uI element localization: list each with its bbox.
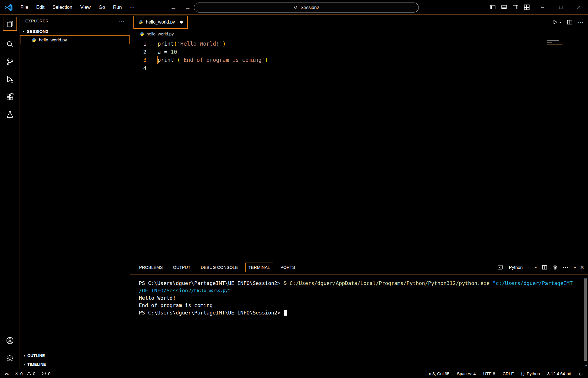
maximize-icon[interactable]	[552, 0, 570, 15]
code-line[interactable]: 4	[130, 64, 588, 72]
window-controls	[533, 0, 588, 15]
modified-dot-icon[interactable]	[180, 21, 183, 24]
minimize-icon[interactable]	[533, 0, 552, 15]
panel-more-icon[interactable]: ⋯	[563, 264, 569, 271]
folder-label: SESSION2	[27, 29, 48, 34]
menubar-more-icon[interactable]: ⋯	[126, 4, 138, 11]
back-arrow-icon[interactable]: ←	[170, 4, 177, 11]
explorer-more-icon[interactable]: ⋯	[119, 18, 125, 24]
breadcrumb[interactable]: hello_world.py	[130, 29, 588, 39]
testing-icon[interactable]	[0, 106, 20, 123]
problems-status[interactable]: 0 0	[14, 371, 35, 376]
settings-gear-icon[interactable]	[0, 349, 20, 367]
terminal-line: PS C:\Users\dguer\PartageIMT\UE INFO\Ses…	[139, 279, 588, 287]
editor-more-icon[interactable]: ⋯	[578, 19, 584, 26]
editor-tabs: hello_world.py › ⋯	[130, 15, 588, 29]
terminal-profile-label[interactable]: Python	[509, 265, 523, 270]
broadcast-icon	[41, 371, 46, 376]
toggle-secondary-sidebar-icon[interactable]	[512, 4, 519, 10]
explorer-icon[interactable]	[3, 17, 17, 31]
menubar: File Edit Selection View Go Run ⋯	[16, 3, 138, 12]
chevron-right-icon: ›	[24, 362, 25, 367]
status-left: >< 0 0 0	[5, 371, 51, 376]
warning-icon	[27, 371, 31, 376]
toggle-panel-icon[interactable]	[501, 4, 507, 10]
run-python-icon[interactable]	[552, 19, 558, 25]
code-editor[interactable]: 1print('Hello World!')2a = 103print ('En…	[130, 39, 588, 260]
encoding[interactable]: UTF-8	[483, 371, 495, 376]
kill-terminal-trash-icon[interactable]	[552, 265, 558, 270]
tab-hello-world[interactable]: hello_world.py	[133, 16, 188, 29]
menu-go[interactable]: Go	[95, 3, 109, 12]
forward-arrow-icon[interactable]: →	[185, 4, 191, 11]
menu-file[interactable]: File	[16, 3, 32, 12]
run-dropdown-icon[interactable]: ›	[558, 22, 563, 23]
extensions-icon[interactable]	[0, 88, 20, 106]
code-line-content	[157, 64, 548, 72]
search-view-icon[interactable]	[0, 35, 20, 53]
code-line[interactable]: 2a = 10	[130, 48, 588, 56]
tab-ports[interactable]: PORTS	[275, 263, 300, 272]
terminal-scrollbar[interactable]	[584, 278, 587, 361]
explorer-title: EXPLORER	[25, 19, 119, 23]
timeline-section[interactable]: › TIMELINE	[20, 360, 130, 369]
split-terminal-icon[interactable]	[542, 265, 547, 270]
terminal-line: /UE INFO/Session2/hello_world.py"	[139, 287, 588, 294]
terminal[interactable]: PS C:\Users\dguer\PartageIMT\UE INFO\Ses…	[130, 274, 588, 369]
menu-view[interactable]: View	[76, 3, 95, 12]
chevron-right-icon: ›	[24, 353, 25, 358]
tab-label: hello_world.py	[146, 20, 175, 25]
cursor-position[interactable]: Ln 3, Col 35	[426, 371, 449, 376]
new-terminal-icon[interactable]: +	[528, 264, 531, 270]
language-label: Python	[527, 371, 540, 376]
menu-run[interactable]: Run	[109, 3, 126, 12]
menu-edit[interactable]: Edit	[32, 3, 48, 12]
code-line-content: a = 10	[157, 48, 548, 56]
eol-sequence[interactable]: CRLF	[503, 371, 514, 376]
scroll-down-icon[interactable]: ›	[583, 364, 588, 367]
broadcast-count: 0	[48, 371, 50, 376]
terminal-cursor	[284, 310, 287, 316]
warning-count: 0	[33, 371, 35, 376]
tab-problems[interactable]: PROBLEMS	[134, 263, 168, 272]
explorer-header: EXPLORER ⋯	[20, 15, 130, 27]
run-debug-icon[interactable]	[0, 71, 20, 88]
maximize-panel-icon[interactable]: ›	[572, 267, 577, 268]
code-line[interactable]: 3print ('End of program is coming')	[130, 56, 588, 64]
toggle-sidebar-icon[interactable]	[489, 4, 496, 10]
code-line[interactable]: 1print('Hello World!')	[130, 40, 588, 48]
command-center-search[interactable]: Session2	[194, 3, 419, 12]
outline-section[interactable]: › OUTLINE	[20, 351, 130, 360]
minimap[interactable]	[547, 40, 564, 45]
language-mode[interactable]: { } Python	[521, 371, 540, 376]
close-window-icon[interactable]	[570, 0, 588, 15]
terminal-line: Hello World!	[139, 294, 588, 301]
line-number: 3	[130, 57, 150, 63]
tab-debug-console[interactable]: DEBUG CONSOLE	[196, 263, 243, 272]
notifications-bell-icon[interactable]	[578, 371, 583, 376]
indentation[interactable]: Spaces: 4	[457, 371, 476, 376]
tab-output[interactable]: OUTPUT	[168, 263, 196, 272]
file-hello-world[interactable]: hello_world.py	[20, 35, 130, 44]
close-panel-icon[interactable]: ×	[580, 263, 584, 271]
python-interpreter[interactable]: 3.12.4 64-bit	[547, 371, 571, 376]
customize-layout-icon[interactable]	[524, 4, 530, 10]
error-count: 0	[20, 371, 23, 376]
split-editor-icon[interactable]	[567, 19, 573, 25]
line-number: 2	[130, 49, 150, 55]
tab-terminal[interactable]: TERMINAL	[245, 263, 273, 272]
history-navigation: ← →	[170, 4, 191, 11]
terminal-line: End of program is coming	[139, 301, 588, 309]
layout-controls	[489, 4, 530, 10]
status-right: Ln 3, Col 35 Spaces: 4 UTF-8 CRLF { } Py…	[426, 371, 583, 376]
line-number: 1	[130, 41, 150, 47]
folder-session2[interactable]: › SESSION2	[20, 27, 130, 35]
remote-indicator-icon[interactable]: ><	[5, 371, 8, 376]
panel-actions: Python + › ⋯ › ×	[497, 263, 584, 271]
terminal-dropdown-icon[interactable]: ›	[533, 267, 539, 268]
ports-status[interactable]: 0	[41, 371, 50, 376]
menu-selection[interactable]: Selection	[49, 3, 76, 12]
source-control-icon[interactable]	[0, 53, 20, 71]
terminal-profile-icon	[497, 264, 503, 270]
accounts-icon[interactable]	[0, 332, 20, 349]
